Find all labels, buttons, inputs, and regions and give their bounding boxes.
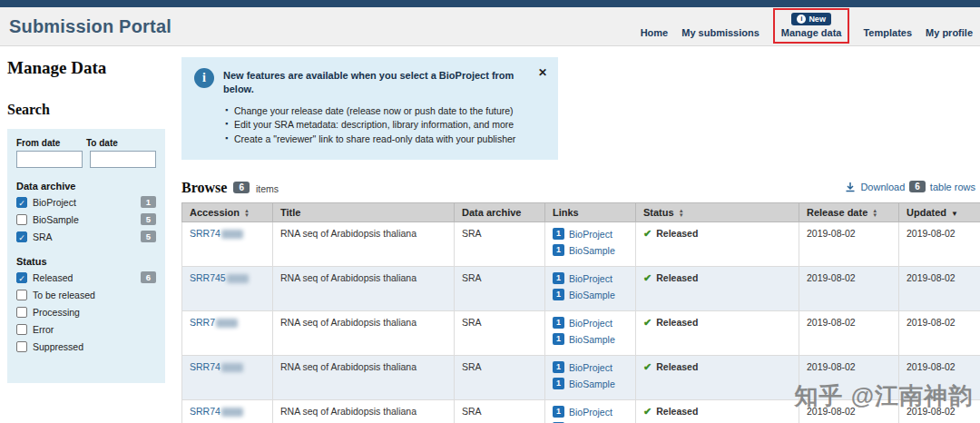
checkbox[interactable]	[16, 290, 27, 300]
link-biosample[interactable]: BioSample	[569, 290, 615, 300]
date-labels: From date To date	[16, 138, 156, 148]
link-count-badge: 1	[553, 317, 564, 329]
accession-cell: SRR74	[182, 222, 273, 267]
links-cell: 1BioProject1BioSample	[545, 222, 636, 267]
nav-item-my-submissions[interactable]: My submissions	[681, 27, 760, 43]
link-line: 1BioProject	[553, 361, 628, 373]
link-biosample[interactable]: BioSample	[569, 245, 615, 256]
checkbox[interactable]	[16, 214, 27, 225]
check-icon: ✔	[643, 228, 652, 239]
download-link[interactable]: Download	[860, 182, 905, 192]
link-bioproject[interactable]: BioProject	[569, 407, 612, 418]
header: Submission Portal HomeMy submissionsiNew…	[0, 7, 980, 46]
link-line: 1BioSample	[553, 333, 628, 345]
accession-link[interactable]: SRR7	[190, 317, 215, 328]
notice-bullet: Change your release date (release now or…	[223, 104, 536, 119]
checkbox[interactable]	[16, 324, 27, 335]
checkbox[interactable]: ✓	[16, 197, 27, 208]
accession-link[interactable]: SRR74	[190, 406, 220, 417]
link-count-badge: 1	[553, 333, 564, 345]
to-date-label: To date	[86, 138, 156, 148]
redacted-text	[221, 408, 243, 417]
download-count-badge: 6	[909, 181, 926, 192]
link-bioproject[interactable]: BioProject	[569, 229, 612, 240]
link-biosample[interactable]: BioSample	[569, 379, 615, 389]
release-date-cell: 2019-08-02	[799, 356, 899, 400]
from-date-input[interactable]	[16, 151, 83, 168]
table-body: SRR74RNA seq of Arabidopsis thalianaSRA1…	[182, 222, 980, 423]
accession-link[interactable]: SRR74	[190, 361, 220, 372]
updated-cell: 2019-08-02	[899, 356, 980, 400]
search-heading: Search	[7, 102, 181, 118]
link-count-badge: 1	[553, 228, 564, 240]
notice-bullet: Create a "reviewer" link to share read-o…	[223, 133, 536, 147]
nav-item-manage-data[interactable]: Manage data	[781, 27, 842, 42]
browse-header-row: Browse 6 items Download 6 table rows	[181, 180, 980, 196]
column-header-release-date[interactable]: Release date▲▼	[799, 202, 899, 221]
filter-option-label: To be released	[33, 290, 95, 300]
from-date-label: From date	[16, 138, 86, 148]
column-header-status[interactable]: Status▲▼	[636, 202, 799, 221]
accession-cell: SRR74	[182, 400, 273, 423]
filter-option-biosample[interactable]: BioSample5	[16, 212, 156, 226]
checkbox[interactable]	[16, 341, 27, 352]
accession-link[interactable]: SRR74	[190, 228, 220, 239]
link-line: 1BioSample	[553, 244, 628, 256]
filter-option-error[interactable]: Error	[16, 322, 156, 336]
column-header-accession[interactable]: Accession▲▼	[182, 202, 273, 221]
notice-intro: New features are available when you sele…	[223, 69, 523, 96]
nav-item-templates[interactable]: Templates	[863, 27, 912, 43]
accession-wrap: SRR74	[190, 406, 243, 417]
results-table: Accession▲▼TitleData archiveLinksStatus▲…	[181, 202, 980, 423]
filter-option-label: BioProject	[33, 197, 76, 208]
link-count-badge: 1	[553, 361, 564, 373]
top-nav: HomeMy submissionsiNewManage dataTemplat…	[641, 8, 973, 43]
redacted-text	[227, 274, 249, 283]
link-line: 1BioProject	[553, 272, 628, 284]
filter-option-bioproject[interactable]: ✓BioProject1	[16, 195, 156, 209]
link-bioproject[interactable]: BioProject	[569, 318, 612, 329]
check-icon: ✔	[643, 272, 652, 283]
browse-count-badge: 6	[233, 182, 250, 193]
column-header-updated[interactable]: Updated▼	[899, 202, 980, 221]
link-line: 1BioSample	[553, 378, 628, 389]
filter-option-released[interactable]: ✓Released6	[16, 271, 156, 284]
checkbox[interactable]	[16, 307, 27, 318]
checkbox[interactable]: ✓	[16, 272, 27, 283]
to-date-input[interactable]	[90, 151, 156, 168]
filter-option-label: Suppressed	[33, 341, 83, 352]
checkbox[interactable]: ✓	[16, 231, 27, 242]
archive-cell: SRA	[455, 222, 545, 267]
filter-option-label: Released	[33, 272, 73, 283]
archive-cell: SRA	[455, 400, 545, 423]
status-cell: ✔Released	[636, 400, 799, 423]
link-bioproject[interactable]: BioProject	[569, 273, 612, 284]
release-date-cell: 2019-08-02	[799, 311, 899, 356]
app-title: Submission Portal	[0, 16, 172, 37]
nav-item-my-profile[interactable]: My profile	[926, 27, 973, 43]
filter-option-label: SRA	[33, 231, 53, 242]
table-row: SRR74RNA seq of Arabidopsis thalianaSRA1…	[182, 222, 980, 267]
filter-option-suppressed[interactable]: Suppressed	[16, 339, 156, 353]
link-line: 1BioProject	[553, 406, 628, 418]
link-line: 1BioProject	[553, 228, 628, 240]
info-icon: i	[797, 15, 806, 24]
filter-option-processing[interactable]: Processing	[16, 305, 156, 319]
accession-link[interactable]: SRR745	[190, 272, 226, 283]
download-icon	[845, 182, 856, 192]
link-count-badge: 1	[553, 244, 564, 256]
title-cell: RNA seq of Arabidopsis thaliana	[273, 356, 455, 400]
nav-item-home[interactable]: Home	[641, 27, 669, 43]
filter-option-to-be-released[interactable]: To be released	[16, 288, 156, 301]
sort-desc-icon: ▼	[951, 210, 958, 218]
link-biosample[interactable]: BioSample	[569, 334, 615, 345]
link-bioproject[interactable]: BioProject	[569, 362, 612, 373]
table-row: SRR745RNA seq of Arabidopsis thalianaSRA…	[182, 267, 980, 311]
right-column: i ✕ New features are available when you …	[181, 46, 980, 423]
status-cell: ✔Released	[636, 311, 799, 356]
link-count-badge: 1	[553, 272, 564, 284]
accession-wrap: SRR7	[190, 317, 238, 328]
notice-close-button[interactable]: ✕	[538, 66, 547, 79]
filter-option-label: Processing	[33, 307, 80, 318]
filter-option-sra[interactable]: ✓SRA5	[16, 230, 156, 243]
